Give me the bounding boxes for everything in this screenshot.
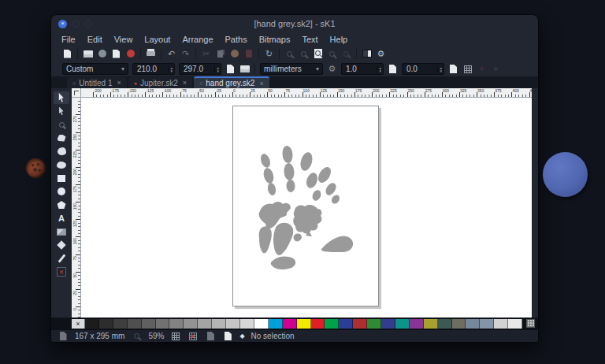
save-as-button[interactable] [109,47,123,60]
no-color-swatch[interactable]: × [72,319,85,329]
refresh-button[interactable]: ↻ [262,47,276,60]
snap-to-grid-button[interactable]: + [475,63,488,76]
color-swatch-4[interactable] [128,319,142,329]
redo-button[interactable]: ↷ [179,47,192,60]
undo-button[interactable]: ↶ [165,47,178,60]
color-swatch-29[interactable] [480,319,494,329]
tab-hand-grey-sk2[interactable]: ○hand grey.sk2× [194,76,269,88]
document-page[interactable] [232,106,379,306]
open-button[interactable] [81,47,95,60]
tool-polyline[interactable] [54,132,69,144]
color-swatch-2[interactable] [99,319,113,329]
page-width-input-steppers[interactable]: ▴▾ [168,66,174,72]
spin-down-icon[interactable]: ▾ [440,69,442,72]
palette-scroll-button[interactable] [526,319,535,328]
tool-fill[interactable] [54,252,69,265]
color-swatch-22[interactable] [381,319,395,329]
color-swatch-20[interactable] [353,319,367,329]
print-button[interactable] [144,47,158,60]
tool-freehand[interactable] [54,158,69,171]
tab-close-icon[interactable]: × [183,79,187,87]
tool-zoom[interactable] [54,118,69,131]
zoom-status-icon[interactable] [131,330,142,343]
tool-no-fill[interactable]: × [54,266,69,278]
menu-arrange[interactable]: Arrange [182,35,213,44]
color-swatch-8[interactable] [184,319,198,329]
zoom-out-button[interactable] [297,47,310,60]
color-swatch-26[interactable] [438,319,452,329]
tool-rectangle[interactable] [54,172,69,184]
color-swatch-14[interactable] [269,319,283,329]
cut-button[interactable]: ✂ [199,47,213,60]
menu-help[interactable]: Help [330,35,348,44]
portrait-button[interactable] [224,63,237,76]
color-swatch-18[interactable] [325,319,339,329]
tool-select[interactable] [54,91,69,104]
snap-to-grid-status-icon[interactable] [187,330,199,343]
page-format-select[interactable]: Custom▾ [62,63,128,75]
landscape-button[interactable] [238,63,251,76]
zoom-in-button[interactable] [283,47,296,60]
color-swatch-10[interactable] [212,319,226,329]
tool-image[interactable] [54,225,69,238]
menu-edit[interactable]: Edit [87,35,102,44]
zoom-page-button[interactable] [311,47,325,60]
color-swatch-16[interactable] [297,319,311,329]
color-swatch-7[interactable] [169,319,184,329]
color-swatch-9[interactable] [198,319,212,329]
color-swatch-15[interactable] [283,319,297,329]
titlebar[interactable]: [hand grey.sk2] - sK1 × [51,15,538,32]
color-swatch-6[interactable] [156,319,170,329]
save-button[interactable] [95,47,109,60]
close-document-button[interactable] [124,47,137,60]
zoom-100-button[interactable] [325,47,339,60]
color-swatch-1[interactable] [85,319,99,329]
canvas[interactable] [81,98,532,318]
frame-size-icon[interactable] [58,330,69,343]
copy-button[interactable] [213,47,227,60]
menu-view[interactable]: View [114,35,133,44]
new-document-button[interactable] [61,47,74,60]
color-swatch-3[interactable] [113,319,128,329]
color-swatch-24[interactable] [410,319,424,329]
properties-panel-button[interactable] [360,47,373,60]
color-swatch-30[interactable] [494,319,508,329]
horizontal-ruler[interactable]: -200-175-150-125-100-75-50-2502550751001… [81,88,532,98]
color-swatch-21[interactable] [367,319,381,329]
tab-jupiter-sk2[interactable]: ●Jupiter.sk2× [128,77,192,88]
grid-status-icon[interactable] [170,330,181,343]
menu-bitmaps[interactable]: Bitmaps [259,35,291,44]
tool-ellipse[interactable] [54,185,69,198]
rotation-step-input-steppers[interactable]: ▴▾ [437,66,444,72]
menu-text[interactable]: Text [302,35,317,44]
page-width-input[interactable]: 210.0▴▾ [132,63,175,75]
preferences-button[interactable]: ⚙ [374,47,388,60]
tool-shape-edit[interactable] [54,105,69,117]
color-swatch-5[interactable] [142,319,156,329]
color-swatch-27[interactable] [452,319,466,329]
rotation-step-input[interactable]: 0.0▴▾ [402,63,444,75]
tool-bezier[interactable] [54,145,69,158]
tab-close-icon[interactable]: × [117,79,121,87]
spin-down-icon[interactable]: ▾ [379,69,381,72]
tool-gradient[interactable] [54,239,69,251]
snap-radius-input-steppers[interactable]: ▴▾ [377,66,383,72]
snap-radius-input[interactable]: 1.0▴▾ [341,63,384,75]
color-swatch-13[interactable] [254,319,269,329]
spin-down-icon[interactable]: ▾ [217,69,219,72]
tab-untitled-1[interactable]: ○Untitled 1× [67,77,127,88]
color-swatch-17[interactable] [311,319,325,329]
page-height-input[interactable]: 297.0▴▾ [179,63,221,75]
color-swatch-31[interactable] [508,319,522,329]
snap-to-guides-button[interactable]: + [489,63,503,76]
color-swatch-28[interactable] [466,319,480,329]
color-swatch-19[interactable] [339,319,353,329]
vertical-ruler[interactable]: 0255075100125150175200225250275 [72,98,81,318]
page-status-icon[interactable] [222,330,233,343]
color-swatch-25[interactable] [424,319,438,329]
menu-paths[interactable]: Paths [225,35,247,44]
tab-close-icon[interactable]: × [259,80,263,87]
ruler-origin-box[interactable] [72,88,81,98]
units-select[interactable]: millimeters▾ [260,63,323,75]
zoom-selection-button[interactable] [340,47,353,60]
